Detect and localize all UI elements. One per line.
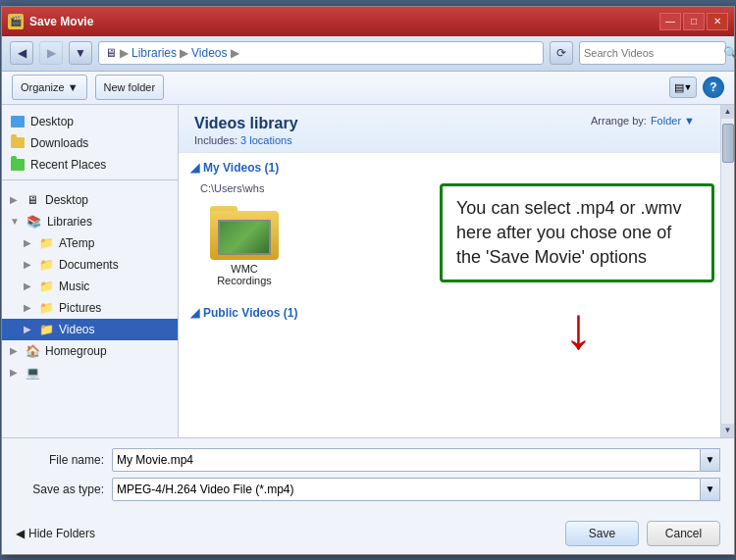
savetype-input[interactable] — [112, 478, 701, 501]
file-scrollbar[interactable]: ▲ ▼ — [720, 105, 734, 437]
expand-icon-docs: ▶ — [24, 259, 31, 270]
arrange-by-link[interactable]: Folder ▼ — [651, 115, 695, 127]
documents-icon: 📁 — [38, 257, 54, 273]
forward-button[interactable]: ▶ — [39, 41, 63, 65]
sidebar-label-desktop: Desktop — [45, 193, 88, 207]
homegroup-icon: 🏠 — [25, 343, 40, 359]
sidebar-item-libraries[interactable]: ▼ 📚 Libraries — [2, 211, 178, 232]
section-label-my-videos: My Videos (1) — [203, 161, 279, 175]
sidebar-item-recent-places[interactable]: Recent Places — [2, 154, 178, 176]
library-title: Videos library — [194, 115, 298, 131]
close-button[interactable]: ✕ — [707, 13, 728, 30]
hide-folders-button[interactable]: ◀ Hide Folders — [16, 527, 95, 540]
folder-label-wmc: WMC Recordings — [204, 263, 285, 286]
filename-row: File name: ▼ — [16, 448, 720, 472]
cancel-button[interactable]: Cancel — [647, 521, 720, 546]
expand-icon: ▶ — [10, 194, 18, 205]
breadcrumb-libraries[interactable]: Libraries — [131, 46, 177, 60]
nav-bar: ◀ ▶ ▼ 🖥 ▶ Libraries ▶ Videos ▶ ⟳ 🔍 — [2, 36, 734, 72]
organize-arrow-icon: ▼ — [68, 81, 79, 93]
search-box: 🔍 — [579, 41, 726, 65]
help-button[interactable]: ? — [703, 76, 724, 98]
organize-button[interactable]: Organize ▼ — [12, 75, 87, 100]
search-input[interactable] — [584, 47, 719, 59]
sidebar-item-documents[interactable]: ▶ 📁 Documents — [2, 254, 178, 276]
scroll-track — [721, 119, 735, 424]
title-icon: 🎬 — [8, 14, 24, 29]
action-bar: ◀ Hide Folders Save Cancel — [2, 515, 734, 554]
sidebar-label-downloads: Downloads — [30, 136, 88, 150]
sidebar-label-homegroup: Homegroup — [45, 344, 107, 358]
savetype-row: Save as type: ▼ — [16, 478, 720, 501]
more-icon: 💻 — [25, 365, 40, 381]
filename-input[interactable] — [112, 448, 701, 472]
sidebar-label-desktop-fav: Desktop — [30, 115, 74, 128]
title-bar-left: 🎬 Save Movie — [8, 14, 93, 29]
scroll-thumb[interactable] — [722, 124, 734, 163]
scroll-down-button[interactable]: ▼ — [721, 424, 735, 437]
sidebar-item-more[interactable]: ▶ 💻 — [2, 362, 178, 383]
expand-icon-more: ▶ — [10, 367, 18, 378]
back-button[interactable]: ◀ — [10, 41, 33, 65]
filename-dropdown-arrow[interactable]: ▼ — [701, 448, 720, 472]
refresh-button[interactable]: ⟳ — [550, 41, 573, 65]
folder-large-icon — [210, 206, 279, 260]
recent-places-icon — [10, 157, 26, 173]
new-folder-button[interactable]: New folder — [95, 75, 165, 100]
recent-button[interactable]: ▼ — [69, 41, 92, 65]
section-public-videos: ◢ Public Videos (1) — [190, 306, 722, 320]
sidebar-item-downloads[interactable]: Downloads — [2, 132, 178, 154]
bottom-form: File name: ▼ Save as type: ▼ — [2, 437, 734, 515]
maximize-button[interactable]: □ — [683, 13, 705, 30]
view-button[interactable]: ▤ ▼ — [669, 76, 697, 98]
filename-input-wrap: ▼ — [112, 448, 720, 472]
sidebar-label-documents: Documents — [59, 258, 119, 272]
expand-icon-videos: ▶ — [24, 324, 31, 334]
scroll-up-button[interactable]: ▲ — [721, 105, 735, 119]
sidebar-item-desktop[interactable]: ▶ 🖥 Desktop — [2, 189, 178, 211]
locations-link[interactable]: 3 locations — [240, 134, 292, 146]
new-folder-label: New folder — [104, 81, 156, 93]
annotation-text: You can select .mp4 or .wmv here after y… — [456, 198, 681, 267]
sidebar-label-recent-places: Recent Places — [30, 158, 106, 172]
arrange-by: Arrange by: Folder ▼ — [591, 115, 695, 127]
savetype-input-wrap: ▼ — [112, 478, 720, 501]
annotation-arrow-icon: ↓ — [563, 299, 593, 358]
downloads-icon — [10, 135, 26, 151]
sidebar-item-pictures[interactable]: ▶ 📁 Pictures — [2, 297, 178, 319]
minimize-button[interactable]: — — [659, 13, 681, 30]
file-area: Videos library Includes: 3 locations Arr… — [179, 105, 734, 437]
breadcrumb-videos[interactable]: Videos — [191, 46, 227, 60]
sidebar-label-videos: Videos — [59, 323, 94, 336]
sidebar-item-desktop-fav[interactable]: Desktop — [2, 111, 178, 132]
sidebar-item-atemp[interactable]: ▶ 📁 ATemp — [2, 232, 178, 254]
libraries-icon: 📚 — [26, 214, 42, 229]
folder-body — [210, 211, 279, 260]
savetype-dropdown-arrow[interactable]: ▼ — [701, 478, 720, 501]
title-bar: 🎬 Save Movie — □ ✕ — [2, 7, 734, 36]
sidebar-item-videos[interactable]: ▶ 📁 Videos — [2, 319, 178, 340]
hide-folders-arrow-icon: ◀ — [16, 527, 25, 540]
title-controls: — □ ✕ — [659, 13, 728, 30]
folder-wmc[interactable]: WMC Recordings — [200, 202, 289, 290]
savetype-label: Save as type: — [16, 483, 104, 496]
section-arrow: ◢ — [190, 161, 199, 175]
section-arrow-public: ◢ — [190, 306, 199, 320]
save-movie-dialog: 🎬 Save Movie — □ ✕ ◀ ▶ ▼ 🖥 ▶ Libraries ▶… — [1, 6, 735, 555]
expand-icon-home: ▶ — [10, 345, 18, 356]
library-subtitle: Includes: 3 locations — [194, 134, 718, 146]
toolbar: Organize ▼ New folder ▤ ▼ ? — [2, 72, 734, 105]
search-icon: 🔍 — [723, 46, 736, 60]
sidebar-label-music: Music — [59, 280, 89, 293]
save-button[interactable]: Save — [565, 521, 639, 546]
breadcrumb-icon: 🖥 — [105, 46, 117, 60]
sidebar-label-atemp: ATemp — [59, 236, 94, 250]
sidebar-item-music[interactable]: ▶ 📁 Music — [2, 276, 178, 297]
hide-folders-label: Hide Folders — [28, 527, 95, 540]
folder-thumbnail — [218, 220, 271, 255]
section-my-videos: ◢ My Videos (1) — [190, 161, 722, 175]
file-header: Videos library Includes: 3 locations Arr… — [179, 105, 734, 153]
view-icon: ▤ — [674, 81, 684, 94]
filename-label: File name: — [16, 453, 104, 467]
sidebar-item-homegroup[interactable]: ▶ 🏠 Homegroup — [2, 340, 178, 362]
